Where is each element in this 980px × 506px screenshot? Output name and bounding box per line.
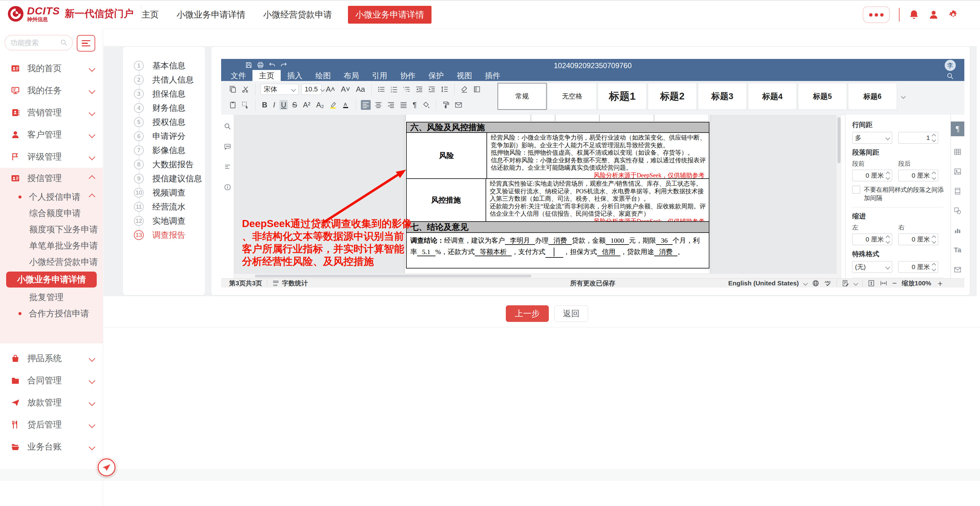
editor-menu-tab[interactable]: 协作 <box>394 70 422 81</box>
nav-tab[interactable]: 主页 <box>140 6 161 24</box>
special-format-value-stepper[interactable]: 0 厘米 <box>898 261 938 273</box>
indent-right-stepper[interactable]: 0 厘米 <box>898 233 938 245</box>
editor-search-icon[interactable] <box>947 72 954 80</box>
floating-feedback-button[interactable] <box>98 458 116 476</box>
sidebar-item[interactable]: 小微业务申请详情 <box>6 271 97 287</box>
user-icon[interactable] <box>928 10 939 20</box>
editor-menu-tab[interactable]: 绘图 <box>309 70 337 81</box>
editor-menu-tab[interactable]: 视图 <box>450 70 479 81</box>
numbered-list-icon[interactable]: 123 <box>389 84 399 94</box>
styles-gallery-expand-icon[interactable] <box>898 83 908 110</box>
highlight-color-icon[interactable] <box>328 100 338 110</box>
vertical-scrollbar[interactable] <box>837 115 842 278</box>
select-icon[interactable] <box>240 100 250 110</box>
undo-icon[interactable] <box>269 61 276 69</box>
step-item[interactable]: 6 申请评分 <box>123 129 205 143</box>
sidebar-item[interactable]: 客户管理 <box>0 124 103 146</box>
line-spacing-icon[interactable] <box>439 84 449 94</box>
print-icon[interactable] <box>257 61 264 69</box>
outline-icon[interactable] <box>224 163 231 171</box>
back-button[interactable]: 返回 <box>554 305 588 322</box>
subscript-button[interactable]: A₂ <box>315 100 325 110</box>
sidebar-item[interactable]: 放款管理 <box>0 392 103 414</box>
sidebar-item[interactable]: 我的任务 <box>0 79 103 102</box>
shading-bucket-icon[interactable] <box>421 100 431 110</box>
horizontal-scrollbar[interactable] <box>234 273 837 278</box>
text-art-panel-icon[interactable]: Ta <box>954 246 961 254</box>
increase-indent-icon[interactable] <box>427 84 437 94</box>
save-icon[interactable] <box>245 61 253 69</box>
step-item[interactable]: 12 实地调查 <box>123 214 205 228</box>
format-painter-icon[interactable] <box>441 100 451 110</box>
chart-panel-icon[interactable] <box>954 227 962 235</box>
sidebar-item[interactable]: 合同管理 <box>0 370 103 392</box>
copy-icon[interactable] <box>228 84 238 94</box>
style-option[interactable]: 标题1 <box>598 83 647 110</box>
mail-merge-icon[interactable] <box>453 100 463 110</box>
italic-button[interactable]: I <box>272 100 277 110</box>
style-option[interactable]: 标题6 <box>848 83 897 110</box>
sidebar-item[interactable]: 我的首页 <box>0 57 103 79</box>
nav-tab[interactable]: 小微业务申请详情 <box>175 6 247 24</box>
spell-check-icon[interactable]: ABC <box>824 279 832 287</box>
step-item[interactable]: 11 经营流水 <box>123 200 205 214</box>
decrease-indent-icon[interactable] <box>414 84 424 94</box>
style-option[interactable]: 标题3 <box>698 83 747 110</box>
editor-menu-tab[interactable]: 主页 <box>253 70 281 81</box>
more-ellipsis-icon[interactable] <box>863 6 890 23</box>
cut-icon[interactable] <box>240 84 250 94</box>
fit-page-icon[interactable] <box>868 279 875 287</box>
sidebar-item[interactable]: 综合额度申请 <box>0 205 103 221</box>
comments-icon[interactable] <box>224 143 231 151</box>
editor-menu-tab[interactable]: 保护 <box>422 70 450 81</box>
style-option[interactable]: 常规 <box>498 83 547 110</box>
justify-icon[interactable] <box>399 100 409 110</box>
sidebar-item[interactable]: 押品系统 <box>0 347 103 370</box>
editor-menu-tab[interactable]: 插入 <box>281 70 309 81</box>
sidebar-item[interactable]: 业务台账 <box>0 436 103 458</box>
editor-menu-tab[interactable]: 引用 <box>366 70 394 81</box>
spacing-before-stepper[interactable]: 0 厘米 <box>852 170 892 181</box>
step-item[interactable]: 13 调查报告 <box>123 228 205 242</box>
search-input[interactable] <box>10 38 60 47</box>
fit-width-icon[interactable] <box>880 279 887 287</box>
info-icon[interactable] <box>224 184 231 191</box>
paragraph-mark-button[interactable]: ¶ <box>411 100 418 110</box>
step-item[interactable]: 4 财务信息 <box>123 101 205 115</box>
step-item[interactable]: 5 授权信息 <box>123 115 205 129</box>
editor-menu-tab[interactable]: 布局 <box>337 70 366 81</box>
zoom-in-button[interactable]: ＋ <box>936 278 944 288</box>
sidebar-item[interactable]: 个人授信申请 <box>0 189 103 205</box>
align-right-icon[interactable] <box>386 100 396 110</box>
style-option[interactable]: 标题5 <box>798 83 847 110</box>
style-option[interactable]: 无空格 <box>547 83 597 110</box>
shape-panel-icon[interactable] <box>954 207 962 215</box>
word-count-button[interactable]: 123 字数统计 <box>272 279 308 287</box>
table-panel-icon[interactable] <box>954 148 962 156</box>
shrink-font-button[interactable]: A˅ <box>339 84 352 94</box>
style-option[interactable]: 标题4 <box>748 83 797 110</box>
paste-icon[interactable] <box>228 100 238 110</box>
strikethrough-button[interactable]: S <box>291 100 299 110</box>
same-style-checkbox[interactable] <box>852 186 860 194</box>
image-panel-icon[interactable] <box>954 168 962 176</box>
step-item[interactable]: 1 基本信息 <box>123 59 205 73</box>
sidebar-item[interactable]: 单笔单批业务申请 <box>0 238 103 254</box>
step-item[interactable]: 7 影像信息 <box>123 143 205 157</box>
page-layout-panel-icon[interactable] <box>954 187 962 195</box>
document-page[interactable]: 六、风险及风控措施 风险 经营风险：小微企业市场竞争力弱，易受行业波动（如政策变… <box>405 115 710 274</box>
special-format-select[interactable]: (无) <box>852 261 892 273</box>
align-left-icon[interactable] <box>361 100 371 110</box>
zoom-out-button[interactable]: − <box>892 279 897 288</box>
avatar[interactable]: 李 <box>945 60 956 71</box>
sidebar-item[interactable]: 授信管理 <box>0 168 103 189</box>
search-icon[interactable] <box>60 39 68 46</box>
spacing-after-stepper[interactable]: 0 厘米 <box>898 170 938 181</box>
step-item[interactable]: 8 大数据报告 <box>123 157 205 171</box>
grow-font-button[interactable]: A˄ <box>324 84 337 94</box>
change-case-button[interactable]: Aa <box>355 84 366 94</box>
underline-button[interactable]: U <box>280 100 288 110</box>
shading-split-icon[interactable] <box>472 84 482 94</box>
collapse-menu-button[interactable] <box>77 35 95 52</box>
clear-format-icon[interactable] <box>460 84 469 94</box>
